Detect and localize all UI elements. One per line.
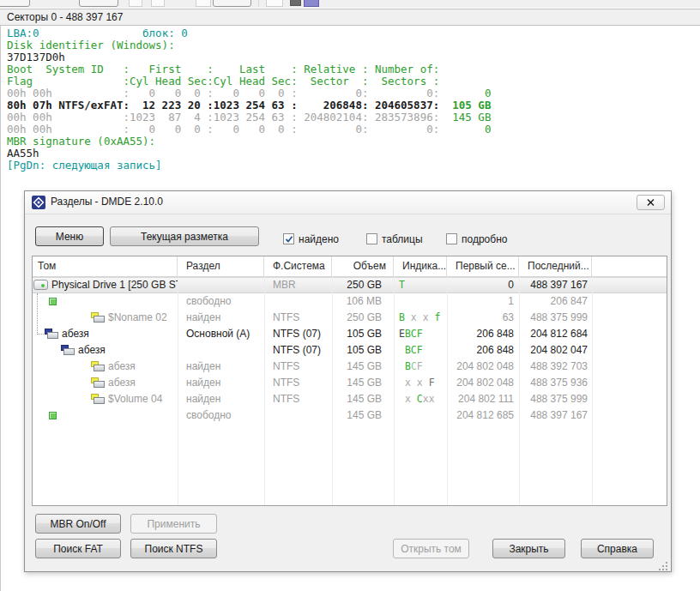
close-dialog-button[interactable]: Закрыть <box>492 539 565 558</box>
found-volume-icon <box>91 361 105 371</box>
cell-ind: x Cxx <box>394 391 447 407</box>
table-row[interactable]: абезянайденNTFS145 GB BCF204 802 048488 … <box>33 359 667 375</box>
partition-icon <box>45 329 58 339</box>
found-volume-icon <box>91 394 105 404</box>
table-header: ТомРазделФ.СистемаОбъемИндика...Первый с… <box>33 256 667 277</box>
table-row[interactable]: абезянайденNTFS145 GB x x F204 802 04848… <box>33 375 667 391</box>
table-row[interactable]: Physical Drive 1 [250 GB ST...MBR250 GBT… <box>33 277 667 293</box>
cell-last: 488 375 999 <box>519 310 592 326</box>
toolbar-button-fragment[interactable] <box>213 0 251 7</box>
volume-label: абезя <box>108 359 136 375</box>
cell-size: 105 GB <box>332 326 394 342</box>
header-cell[interactable]: Том <box>33 256 178 276</box>
toolbar-button-fragment[interactable] <box>196 0 211 7</box>
header-cell[interactable]: Первый се... <box>447 256 519 276</box>
checkbox-box[interactable] <box>366 233 377 244</box>
dialog-titlebar[interactable]: Разделы - DMDE 2.10.0 <box>25 191 671 214</box>
current-layout-button[interactable]: Текущая разметка <box>110 226 259 246</box>
cell-first: 204 802 048 <box>447 375 519 391</box>
cell-size: 250 GB <box>332 310 394 326</box>
header-cell[interactable]: Последний... <box>519 256 592 276</box>
cell-first: 204 802 048 <box>447 359 519 375</box>
hex-line: 00h 00h : 0 0 0 : 0 0 0 : 0: 0: 0 <box>7 87 693 100</box>
toolbar-button-fragment[interactable] <box>129 0 142 7</box>
cell-ind: BCF <box>394 342 447 359</box>
cell-ind: x x F <box>394 375 447 391</box>
free-space-icon <box>49 412 57 419</box>
cell-volume: абезя <box>33 342 178 359</box>
cell-fs: NTFS <box>264 391 332 407</box>
hex-line: Boot System ID : First : Last : Relative… <box>7 63 693 75</box>
cell-partition: найден <box>178 310 264 326</box>
menu-button[interactable]: Меню <box>35 226 104 246</box>
hex-line: AA55h <box>7 148 693 160</box>
close-button[interactable] <box>637 195 665 210</box>
help-button[interactable]: Справка <box>581 539 654 558</box>
cell-first: 1 <box>447 293 519 310</box>
cell-size: 105 GB <box>332 342 394 359</box>
toolbar-button-fragment[interactable] <box>79 0 118 7</box>
table-row[interactable]: абезяNTFS (07)105 GB BCF206 848204 802 0… <box>33 342 667 359</box>
dmde-logo-icon <box>32 196 45 209</box>
checkbox-box[interactable] <box>446 233 457 244</box>
checkbox-label: подробно <box>462 233 507 245</box>
search-fat-button[interactable]: Поиск FAT <box>35 539 121 558</box>
cell-partition <box>178 342 264 359</box>
header-cell[interactable]: Ф.Система <box>264 256 332 276</box>
resize-grip[interactable] <box>659 562 668 571</box>
cell-volume: Physical Drive 1 [250 GB ST... <box>33 277 178 293</box>
table-row[interactable]: абезяОсновной (A)NTFS (07)105 GBEBCF206 … <box>33 326 667 342</box>
cell-last: 206 847 <box>519 293 592 310</box>
cell-size: 145 GB <box>332 359 394 375</box>
partition-icon <box>61 345 75 355</box>
mbr-onoff-button[interactable]: MBR On/Off <box>35 514 121 534</box>
table-row[interactable]: свободно106 MB1206 847 <box>33 293 667 310</box>
cell-ind: B x x f <box>394 310 447 326</box>
header-cell[interactable]: Объем <box>332 256 394 276</box>
search-ntfs-button[interactable]: Поиск NTFS <box>130 539 217 558</box>
toolbar-button-fragment[interactable] <box>0 0 30 7</box>
toolbar-icon-fragment[interactable] <box>304 0 319 7</box>
table-row[interactable]: свободно145 GB204 812 685488 397 167 <box>33 407 667 424</box>
table-row[interactable]: $Noname 02найденNTFS250 GBB x x f63488 3… <box>33 310 667 326</box>
hex-view[interactable]: LBA:0 блок: 0Disk identifier (Windows):3… <box>7 27 693 172</box>
apply-button: Применить <box>130 514 217 534</box>
cell-first: 63 <box>447 310 519 326</box>
hex-line: MBR signature (0xAA55): <box>7 136 693 148</box>
cell-partition: найден <box>178 359 264 375</box>
cell-ind: EBCF <box>394 326 447 342</box>
cell-volume: абезя <box>33 326 178 342</box>
cell-size: 145 GB <box>332 375 394 391</box>
cell-partition: свободно <box>178 293 264 310</box>
volume-label: абезя <box>108 375 136 391</box>
sector-bar-title: Секторы 0 - 488 397 167 <box>7 11 123 23</box>
cell-fs <box>264 293 332 310</box>
toolbar-button-fragment[interactable] <box>266 0 283 7</box>
cell-last: 204 802 047 <box>519 342 592 359</box>
hex-line: Disk identifier (Windows): <box>7 39 693 51</box>
header-cell[interactable]: Раздел <box>178 256 264 276</box>
table-row[interactable]: $Volume 04найденNTFS145 GB x Cxx204 802 … <box>33 391 667 407</box>
toolbar-icon-fragment[interactable] <box>290 0 301 6</box>
checkbox-detailed[interactable]: подробно <box>446 232 507 245</box>
checkbox-box[interactable] <box>283 233 294 244</box>
cell-volume: абезя <box>33 359 178 375</box>
header-cell[interactable]: Индика... <box>394 256 447 276</box>
screen: Секторы 0 - 488 397 167 LBA:0 блок: 0Dis… <box>0 0 700 591</box>
window-left-edge <box>0 9 1 591</box>
cell-first: 204 812 685 <box>447 407 519 424</box>
cell-last: 204 812 684 <box>519 326 592 342</box>
cell-first: 0 <box>447 277 519 293</box>
volume-label: $Noname 02 <box>108 310 167 326</box>
volume-label: абезя <box>62 326 89 342</box>
hex-line: 37D137D0h <box>7 51 693 63</box>
top-toolbar-strip <box>0 0 700 8</box>
checkbox-found[interactable]: найдено <box>283 232 339 245</box>
cell-volume: $Volume 04 <box>33 391 178 407</box>
cell-size: 106 MB <box>332 293 394 310</box>
partitions-table: ТомРазделФ.СистемаОбъемИндика...Первый с… <box>32 256 667 506</box>
checkbox-tables[interactable]: таблицы <box>366 232 423 245</box>
cell-partition: свободно <box>178 407 264 424</box>
header-filler <box>592 256 667 276</box>
toolbar-button-fragment[interactable] <box>151 0 165 7</box>
